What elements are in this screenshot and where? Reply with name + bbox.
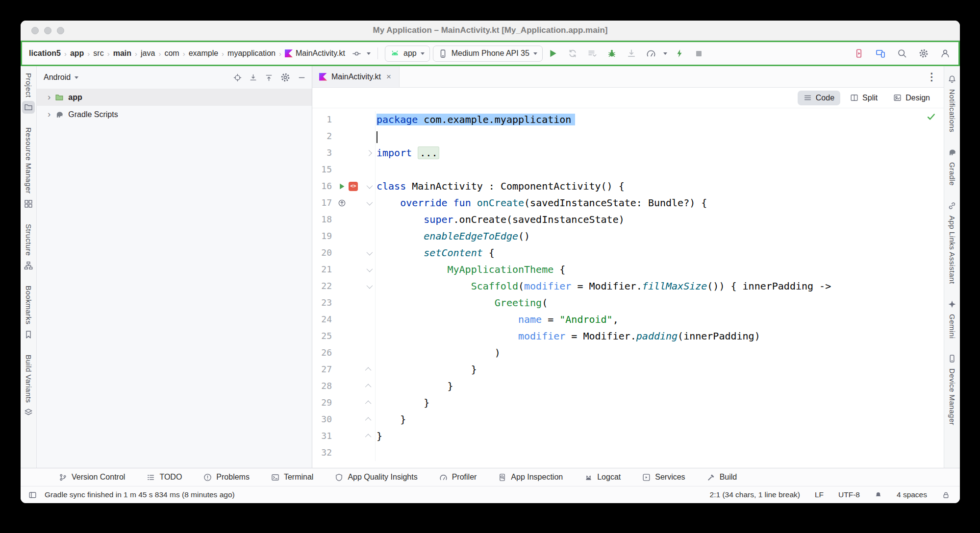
account-icon[interactable]: [938, 46, 953, 61]
run-class-icon[interactable]: [338, 182, 346, 191]
locate-file-icon[interactable]: [233, 73, 242, 82]
search-icon[interactable]: [895, 46, 909, 61]
fold-marker[interactable]: [362, 411, 375, 428]
fold-chevron-icon[interactable]: [365, 384, 371, 390]
tool-window-tab-gradle[interactable]: Gradle: [946, 146, 958, 186]
breadcrumb-item-com[interactable]: com: [163, 48, 180, 58]
fold-chevron-icon[interactable]: [365, 400, 371, 407]
code-editor[interactable]: 1package com.example.myapplication23impo…: [312, 108, 944, 468]
fold-marker[interactable]: [362, 161, 375, 178]
apply-changes-icon[interactable]: [565, 46, 580, 61]
fold-chevron-icon[interactable]: [365, 417, 371, 423]
bottom-bar-item-app-quality-insights[interactable]: App Quality Insights: [335, 473, 417, 482]
fold-marker[interactable]: [362, 228, 375, 244]
code-line-28[interactable]: 28 }: [312, 378, 944, 394]
tool-window-tab-device-manager[interactable]: Device Manager: [946, 352, 958, 425]
code-line-26[interactable]: 26 ): [312, 344, 944, 361]
zoom-window-button[interactable]: [57, 27, 64, 34]
overriding-method-icon[interactable]: [338, 199, 346, 207]
tree-item-app[interactable]: › app: [37, 89, 312, 106]
bottom-bar-item-todo[interactable]: TODO: [147, 473, 182, 482]
vcs-chevron-down-icon[interactable]: [367, 52, 371, 55]
tool-window-tab-bookmarks[interactable]: Bookmarks: [22, 286, 35, 341]
fold-marker[interactable]: [362, 244, 375, 261]
attach-debugger-icon[interactable]: [624, 46, 639, 61]
breadcrumb-item-example[interactable]: example: [188, 48, 219, 58]
tree-item-gradle-scripts[interactable]: › Gradle Scripts: [37, 106, 312, 123]
fold-marker[interactable]: [362, 178, 375, 194]
fold-marker[interactable]: [362, 344, 375, 361]
tool-window-tab-notifications[interactable]: Notifications: [946, 73, 958, 132]
fold-marker[interactable]: [362, 128, 375, 145]
breadcrumb-item-java[interactable]: java: [140, 48, 156, 58]
stop-button[interactable]: [692, 46, 706, 61]
fold-marker[interactable]: [362, 111, 375, 128]
code-line-20[interactable]: 20 setContent {: [312, 244, 944, 261]
code-line-18[interactable]: 18 super.onCreate(savedInstanceState): [312, 211, 944, 228]
fold-chevron-icon[interactable]: [366, 266, 373, 272]
vcs-widget-icon[interactable]: [349, 46, 364, 61]
code-line-24[interactable]: 24 name = "Android",: [312, 311, 944, 328]
breadcrumb-item-lication5[interactable]: lication5: [28, 48, 62, 58]
fold-marker[interactable]: [362, 394, 375, 411]
profiler-icon[interactable]: [644, 46, 658, 61]
code-line-27[interactable]: 27 }: [312, 361, 944, 378]
fold-marker[interactable]: [362, 328, 375, 344]
collapse-all-icon[interactable]: [265, 73, 273, 82]
debug-button[interactable]: [604, 46, 619, 61]
code-line-17[interactable]: 17 override fun onCreate(savedInstanceSt…: [312, 194, 944, 211]
device-selector-dropdown[interactable]: Medium Phone API 35: [433, 46, 543, 62]
device-mirroring-icon[interactable]: [873, 46, 888, 61]
compose-preview-icon[interactable]: <>: [349, 182, 358, 191]
close-window-button[interactable]: [31, 27, 39, 34]
bottom-bar-item-logcat[interactable]: Logcat: [584, 473, 621, 482]
editor-tab-mainactivity[interactable]: MainActivity.kt ×: [312, 66, 400, 87]
breadcrumb-item-myapplication[interactable]: myapplication: [226, 48, 276, 58]
fold-marker[interactable]: [362, 278, 375, 294]
fold-marker[interactable]: [362, 294, 375, 311]
tool-window-tab-resource-manager[interactable]: Resource Manager: [22, 127, 35, 210]
code-line-22[interactable]: 22 Scaffold(modifier = Modifier.fillMaxS…: [312, 278, 944, 294]
bottom-bar-item-app-inspection[interactable]: App Inspection: [498, 473, 563, 482]
notifications-indicator-icon[interactable]: [875, 491, 882, 499]
code-line-2[interactable]: 2: [312, 128, 944, 145]
hide-panel-icon[interactable]: [298, 73, 306, 82]
line-separator-widget[interactable]: LF: [815, 490, 824, 499]
tool-window-layout-icon[interactable]: [28, 491, 37, 499]
run-button[interactable]: [546, 46, 560, 61]
indent-widget[interactable]: 4 spaces: [897, 490, 927, 499]
code-line-16[interactable]: 16<>class MainActivity : ComponentActivi…: [312, 178, 944, 194]
tool-window-tab-gemini[interactable]: Gemini: [946, 298, 958, 339]
breadcrumb-item-main[interactable]: main: [112, 48, 132, 58]
mode-design-button[interactable]: Design: [887, 91, 936, 105]
code-line-3[interactable]: 3import ...: [312, 145, 944, 161]
bottom-bar-item-services[interactable]: Services: [642, 473, 685, 482]
fold-marker[interactable]: [362, 444, 375, 461]
mode-code-button[interactable]: Code: [798, 91, 840, 105]
fold-marker[interactable]: [362, 194, 375, 211]
minimize-window-button[interactable]: [44, 27, 51, 34]
fold-marker[interactable]: [362, 145, 375, 161]
fold-chevron-icon[interactable]: [366, 282, 373, 289]
bottom-bar-item-profiler[interactable]: Profiler: [439, 473, 477, 482]
caret-position-widget[interactable]: 2:1 (34 chars, 1 line break): [710, 490, 800, 499]
code-line-30[interactable]: 30 }: [312, 411, 944, 428]
fold-chevron-icon[interactable]: [366, 150, 372, 156]
expand-all-icon[interactable]: [249, 73, 257, 82]
fold-chevron-icon[interactable]: [366, 199, 373, 205]
fold-marker[interactable]: [362, 361, 375, 378]
code-line-29[interactable]: 29 }: [312, 394, 944, 411]
apply-code-changes-icon[interactable]: [585, 46, 600, 61]
fold-chevron-icon[interactable]: [365, 434, 371, 440]
code-line-31[interactable]: 31}: [312, 428, 944, 444]
running-devices-icon[interactable]: [852, 46, 866, 61]
run-configuration-dropdown[interactable]: app: [385, 46, 430, 62]
mode-split-button[interactable]: Split: [844, 91, 883, 105]
panel-options-gear-icon[interactable]: [280, 73, 290, 82]
code-line-25[interactable]: 25 modifier = Modifier.padding(innerPadd…: [312, 328, 944, 344]
fold-chevron-icon[interactable]: [365, 367, 371, 373]
fold-marker[interactable]: [362, 311, 375, 328]
code-line-19[interactable]: 19 enableEdgeToEdge(): [312, 228, 944, 244]
readonly-lock-icon[interactable]: [942, 491, 950, 499]
code-line-23[interactable]: 23 Greeting(: [312, 294, 944, 311]
